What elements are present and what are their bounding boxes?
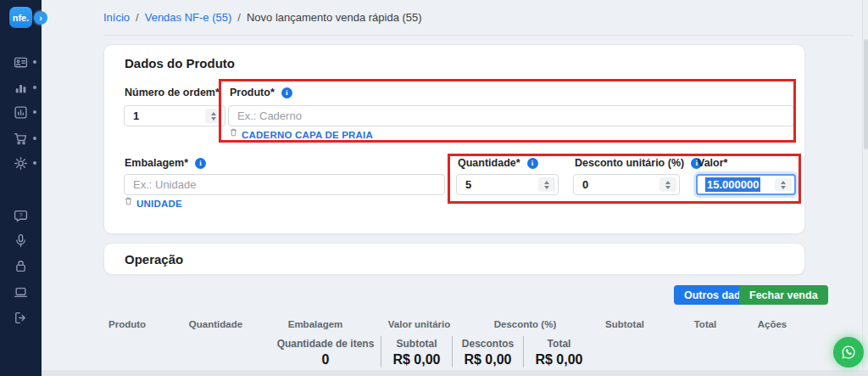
info-icon[interactable]: i (195, 158, 206, 169)
column-header: Valor unitário (366, 319, 472, 329)
summary-divider (381, 336, 381, 368)
breadcrumb-current: Novo lançamento venda rápida (55) (247, 11, 422, 24)
unit-discount-label: Desconto unitário (%) i (575, 157, 702, 169)
summary-subtotal: Subtotal R$ 0,00 (382, 336, 451, 368)
product-suggestion[interactable]: CADERNO CAPA DE PRAIA (230, 130, 373, 140)
column-header: Subtotal (578, 319, 671, 329)
summary-items-count: Quantidade de itens 0 (271, 336, 380, 368)
unit-discount-input[interactable] (573, 174, 680, 195)
analytics-icon[interactable] (13, 104, 28, 120)
product-label: Produto* i (230, 87, 292, 98)
value-input[interactable]: 15.000000 (696, 174, 796, 195)
vertical-scrollbar-thumb[interactable] (864, 39, 868, 149)
breadcrumb-home-link[interactable]: Início (103, 11, 130, 24)
quantity-label: Quantidade* i (458, 157, 538, 169)
packaging-input[interactable] (124, 174, 445, 195)
column-header: Quantidade (167, 319, 264, 329)
breadcrumb-sales-link[interactable]: Vendas NF-e (55) (145, 11, 232, 24)
nfe-logo[interactable]: nfe. (9, 7, 32, 28)
header-divider (103, 35, 854, 36)
trash-icon (125, 197, 132, 205)
column-header: Produto (103, 319, 167, 329)
card-title-operacao: Operação (125, 252, 183, 267)
column-header: Total (671, 319, 739, 329)
column-header: Embalagem (264, 319, 366, 329)
value-label: Valor* (698, 157, 727, 169)
order-number-input[interactable] (124, 105, 225, 126)
horizontal-scrollbar[interactable] (42, 370, 868, 376)
stepper[interactable] (775, 178, 792, 191)
summary-total: Total R$ 0,00 (525, 336, 593, 368)
order-number-label: Número de ordem* (125, 87, 220, 98)
packaging-suggestion-link[interactable]: UNIDADE (136, 199, 182, 209)
column-header: Desconto (%) (472, 319, 578, 329)
summary-discounts: Descontos R$ 0,00 (453, 336, 522, 368)
product-suggestion-link[interactable]: CADERNO CAPA DE PRAIA (242, 130, 373, 140)
whatsapp-icon (839, 343, 858, 362)
totals-summary: Quantidade de itens 0 Subtotal R$ 0,00 D… (271, 336, 593, 368)
laptop-icon[interactable] (13, 284, 28, 300)
breadcrumb-separator: / (136, 11, 139, 24)
column-header: Ações (739, 319, 805, 329)
stepper[interactable] (538, 177, 555, 192)
packaging-label: Embalagem* i (125, 157, 206, 169)
summary-divider (523, 336, 524, 368)
microphone-icon[interactable] (13, 233, 28, 248)
lock-icon[interactable] (13, 258, 28, 273)
help-chat-icon[interactable]: ? (13, 208, 28, 223)
logout-icon[interactable] (13, 310, 28, 325)
menu-dot (33, 60, 36, 64)
page: nfe. ? (0, 0, 868, 376)
stepper[interactable] (659, 177, 676, 192)
settings-gear-icon[interactable] (13, 155, 28, 171)
product-data-card: Dados do Produto Número de ordem* Produt… (103, 44, 805, 234)
breadcrumb: Início / Vendas NF-e (55) / Novo lançame… (103, 11, 422, 24)
bar-chart-icon[interactable] (13, 80, 28, 95)
operation-card: Operação (103, 243, 805, 275)
summary-divider (452, 336, 453, 368)
menu-dot (33, 137, 36, 140)
card-title-dados-produto: Dados do Produto (125, 56, 235, 70)
vertical-scrollbar[interactable] (862, 0, 868, 376)
fechar-venda-button[interactable]: Fechar venda (739, 285, 828, 305)
info-icon[interactable]: i (527, 158, 538, 169)
items-table-header: Produto Quantidade Embalagem Valor unitá… (103, 319, 805, 329)
product-input[interactable] (228, 105, 794, 126)
info-icon[interactable]: i (281, 87, 292, 98)
trash-icon (230, 128, 237, 137)
breadcrumb-separator: / (237, 11, 241, 24)
sidebar: nfe. ? (0, 0, 42, 376)
sidebar-toggle-button[interactable]: › (34, 11, 47, 25)
menu-dot (33, 161, 36, 165)
whatsapp-button[interactable] (833, 337, 864, 368)
svg-text:?: ? (19, 210, 23, 218)
id-card-icon[interactable] (13, 54, 28, 70)
value-selected-text: 15.000000 (705, 177, 760, 192)
menu-dot (33, 110, 36, 114)
quantity-input[interactable] (456, 174, 559, 195)
stepper[interactable] (205, 109, 222, 123)
packaging-suggestion[interactable]: UNIDADE (125, 199, 182, 209)
shopping-cart-icon[interactable] (13, 131, 28, 146)
menu-dot (33, 86, 36, 89)
